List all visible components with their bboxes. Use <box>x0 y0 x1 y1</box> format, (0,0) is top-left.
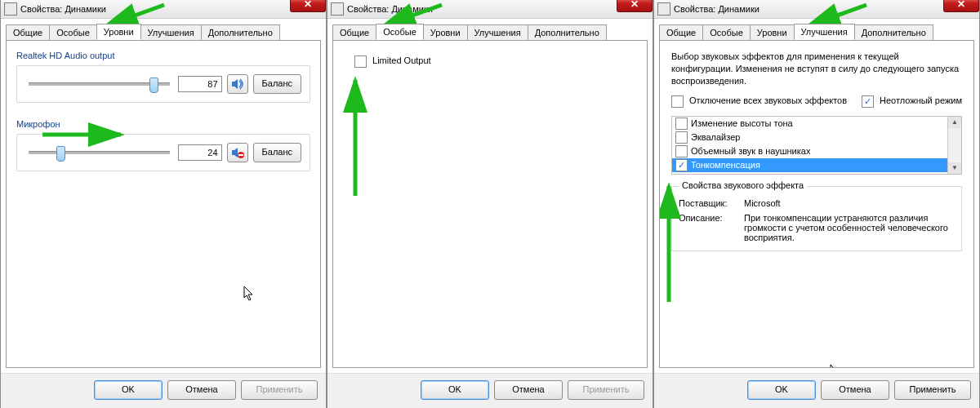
mic-section: 24 Баланс <box>16 134 310 171</box>
tab-panel-enhancements: Выбор звуковых эффектов для применения к… <box>659 40 974 368</box>
tab-advanced[interactable]: Дополнительно <box>528 24 607 41</box>
effect-props-legend: Свойства звукового эффекта <box>679 180 807 190</box>
ok-button[interactable]: OK <box>747 380 816 400</box>
cancel-button[interactable]: Отмена <box>167 380 236 400</box>
tab-general[interactable]: Общие <box>6 24 50 41</box>
tab-levels[interactable]: Уровни <box>96 24 141 40</box>
svg-marker-1 <box>232 148 238 157</box>
close-icon: ✕ <box>304 0 312 10</box>
effect-item-pitch[interactable]: Изменение высоты тона <box>672 117 961 131</box>
scroll-up-icon[interactable]: ▲ <box>948 117 961 128</box>
titlebar[interactable]: Свойства: Динамики ✕ <box>327 0 653 19</box>
window-title: Свойства: Динамики <box>20 4 106 14</box>
close-button[interactable]: ✕ <box>943 0 979 12</box>
effect-label: Объемный звук в наушниках <box>691 146 810 156</box>
svg-rect-3 <box>238 154 243 156</box>
speaker-muted-icon <box>231 147 244 158</box>
close-icon: ✕ <box>630 0 639 10</box>
limited-output-row: Limited Output <box>343 51 637 73</box>
mic-mute-button[interactable] <box>227 143 248 162</box>
tab-enhancements[interactable]: Улучшения <box>140 24 202 41</box>
tab-advanced[interactable]: Дополнительно <box>854 24 933 41</box>
tab-panel-custom: Limited Output <box>332 40 648 368</box>
window-levels: Свойства: Динамики ✕ Общие Особые Уровни… <box>0 0 327 408</box>
limited-output-checkbox[interactable] <box>354 55 367 68</box>
tabbar: Общие Особые Уровни Улучшения Дополнител… <box>1 19 326 40</box>
effect-label: Эквалайзер <box>691 132 740 142</box>
effect-checkbox[interactable] <box>675 145 688 157</box>
effect-item-equalizer[interactable]: Эквалайзер <box>672 131 961 144</box>
output-section: 87 Баланс <box>16 65 310 103</box>
annotation-arrow <box>343 73 368 204</box>
window-custom: Свойства: Динамики ✕ Общие Особые Уровни… <box>327 0 653 408</box>
tab-custom[interactable]: Особые <box>376 24 424 40</box>
mic-label: Микрофон <box>16 119 310 129</box>
tab-panel-levels: Realtek HD Audio output 87 Баланс Ми <box>6 40 321 368</box>
apply-button[interactable]: Применить <box>568 380 644 400</box>
window-title: Свойства: Динамики <box>674 4 760 14</box>
effect-label: Изменение высоты тона <box>691 118 793 128</box>
cursor-icon <box>243 286 256 306</box>
titlebar[interactable]: Свойства: Динамики ✕ <box>1 0 326 19</box>
tabbar: Общие Особые Уровни Улучшения Дополнител… <box>654 19 979 40</box>
svg-marker-0 <box>232 79 238 89</box>
effect-props-group: Свойства звукового эффекта Поставщик: Mi… <box>671 186 962 251</box>
dialog-footer: OK Отмена Применить <box>1 373 326 408</box>
speaker-sysicon <box>331 2 344 16</box>
effect-checkbox[interactable] <box>675 131 688 144</box>
mic-slider[interactable] <box>25 144 173 161</box>
tab-general[interactable]: Общие <box>332 24 376 41</box>
tab-advanced[interactable]: Дополнительно <box>201 24 280 41</box>
limited-output-label: Limited Output <box>372 55 431 65</box>
output-label: Realtek HD Audio output <box>16 51 310 60</box>
close-button[interactable]: ✕ <box>617 0 653 12</box>
window-enhancements: Свойства: Динамики ✕ Общие Особые Уровни… <box>653 0 980 408</box>
mic-value[interactable]: 24 <box>178 144 222 161</box>
dialog-footer: OK Отмена Применить <box>654 373 979 408</box>
scroll-down-icon[interactable]: ▼ <box>948 162 961 174</box>
cancel-button[interactable]: Отмена <box>494 380 563 400</box>
close-icon: ✕ <box>957 0 965 10</box>
effect-checkbox[interactable] <box>675 159 688 171</box>
tab-enhancements[interactable]: Улучшения <box>467 24 528 41</box>
disable-all-checkbox[interactable] <box>671 95 684 108</box>
ok-button[interactable]: OK <box>94 380 163 400</box>
speaker-sysicon <box>4 2 17 16</box>
effect-label: Тонкомпенсация <box>691 160 760 170</box>
apply-button[interactable]: Применить <box>241 380 318 400</box>
immediate-mode-row: Неотложный режим <box>862 95 962 108</box>
effect-item-loudness[interactable]: Тонкомпенсация <box>672 158 961 172</box>
output-balance-button[interactable]: Баланс <box>253 74 301 94</box>
tab-enhancements[interactable]: Улучшения <box>794 24 855 40</box>
tab-custom[interactable]: Особые <box>49 24 97 41</box>
disable-all-label: Отключение всех звуковых эффектов <box>689 95 847 105</box>
window-title: Свойства: Динамики <box>347 4 433 14</box>
cancel-button[interactable]: Отмена <box>821 380 889 400</box>
apply-button[interactable]: Применить <box>894 380 971 400</box>
tab-levels[interactable]: Уровни <box>750 24 795 41</box>
immediate-mode-label: Неотложный режим <box>880 95 962 105</box>
effect-checkbox[interactable] <box>675 118 688 130</box>
effect-item-headphone-virt[interactable]: Объемный звук в наушниках <box>672 144 961 158</box>
cursor-icon <box>830 364 843 368</box>
scrollbar[interactable]: ▲ ▼ <box>947 117 961 174</box>
output-slider[interactable] <box>25 76 173 92</box>
close-button[interactable]: ✕ <box>290 0 326 12</box>
desc-label: Описание: <box>679 213 744 242</box>
output-mute-button[interactable] <box>227 74 248 94</box>
tab-custom[interactable]: Особые <box>702 24 751 41</box>
tab-levels[interactable]: Уровни <box>423 24 468 41</box>
tabbar: Общие Особые Уровни Улучшения Дополнител… <box>327 19 653 40</box>
provider-label: Поставщик: <box>679 198 744 208</box>
immediate-mode-checkbox[interactable] <box>862 95 874 108</box>
output-value[interactable]: 87 <box>178 76 222 92</box>
tab-general[interactable]: Общие <box>659 24 703 41</box>
disable-all-row: Отключение всех звуковых эффектов <box>671 95 847 108</box>
mic-balance-button[interactable]: Баланс <box>253 143 301 162</box>
effects-list[interactable]: Изменение высоты тона Эквалайзер Объемны… <box>671 116 962 175</box>
ok-button[interactable]: OK <box>421 380 489 400</box>
speaker-icon <box>231 78 244 90</box>
titlebar[interactable]: Свойства: Динамики ✕ <box>654 0 979 19</box>
enhancements-intro: Выбор звуковых эффектов для применения к… <box>671 51 962 87</box>
dialog-footer: OK Отмена Применить <box>327 373 653 408</box>
